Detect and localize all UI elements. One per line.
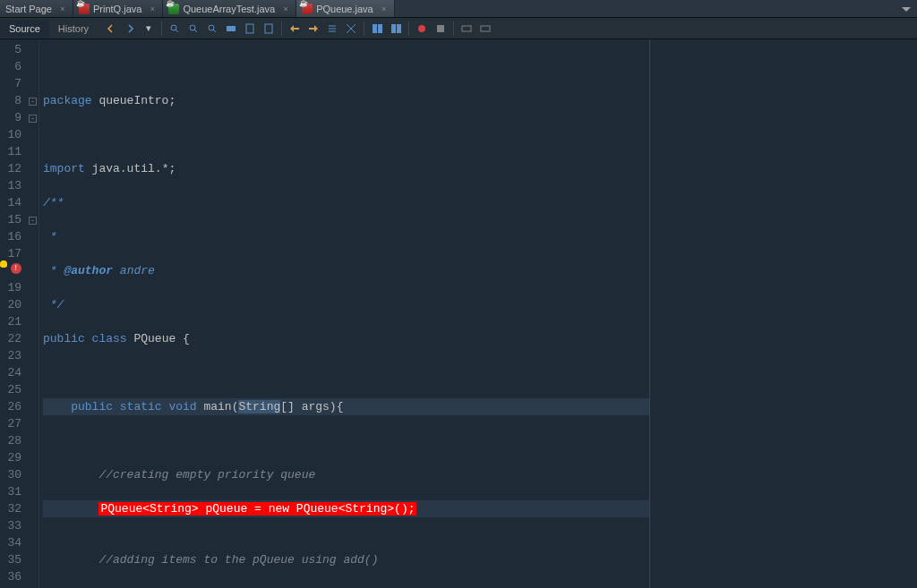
diff-icon[interactable] (369, 21, 385, 37)
line-number: 8 (0, 92, 21, 109)
tab-pqueue[interactable]: ☕ PQueue.java × (296, 0, 395, 17)
line-number: 12 (0, 160, 21, 177)
diff2-icon[interactable] (388, 21, 404, 37)
fold-toggle-icon[interactable]: - (27, 211, 39, 228)
svg-marker-10 (290, 25, 294, 32)
close-icon[interactable]: × (148, 4, 157, 13)
editor-sub-bar: Source History ▾ (0, 18, 917, 39)
code-line (43, 58, 649, 75)
find-selection-icon[interactable] (167, 21, 183, 37)
line-number: 26 (0, 398, 21, 415)
line-number (0, 262, 21, 279)
editor-area: 5 6 7 8 9 10 11 12 13 14 15 16 17 19 20 … (0, 39, 917, 588)
find-prev-icon[interactable] (185, 21, 201, 37)
tab-label: PrintQ.java (93, 4, 141, 14)
uncomment-icon[interactable] (343, 21, 359, 37)
error-icon[interactable] (11, 263, 21, 274)
svg-line-2 (176, 30, 178, 32)
line-number: 10 (0, 126, 21, 143)
history-tab[interactable]: History (49, 20, 98, 38)
code-line: /** (43, 194, 649, 211)
line-number: 7 (0, 75, 21, 92)
comment-icon[interactable] (324, 21, 340, 37)
stop-macro-icon[interactable] (433, 21, 449, 37)
code-line (43, 364, 649, 381)
toggle-highlight-icon[interactable] (223, 21, 239, 37)
line-number: 35 (0, 551, 21, 568)
tool-extra1-icon[interactable] (458, 21, 475, 37)
code-line: import java.util.*; (43, 160, 649, 177)
svg-rect-8 (246, 24, 253, 33)
line-number: 15 (0, 211, 21, 228)
code-line: //adding items to the pQueue using add() (43, 551, 649, 568)
line-number: 21 (0, 313, 21, 330)
line-number: 32 (0, 500, 21, 517)
shift-left-icon[interactable] (287, 21, 303, 37)
next-bookmark-icon[interactable] (261, 21, 277, 37)
java-file-icon: ☕ (79, 4, 90, 14)
svg-rect-26 (481, 26, 490, 31)
java-file-icon: ☕ (302, 4, 313, 14)
fold-toggle-icon[interactable]: - (27, 109, 39, 126)
line-number: 6 (0, 58, 21, 75)
code-line (43, 517, 649, 534)
back-icon[interactable] (103, 21, 119, 37)
line-number: 29 (0, 449, 21, 466)
line-number: 22 (0, 330, 21, 347)
svg-rect-25 (462, 26, 471, 31)
close-icon[interactable]: × (281, 4, 290, 13)
close-icon[interactable]: × (58, 4, 67, 13)
line-number: 36 (0, 568, 21, 585)
line-number: 27 (0, 415, 21, 432)
tab-label: Start Page (5, 4, 52, 14)
tab-printq[interactable]: ☕ PrintQ.java × (73, 0, 163, 17)
line-number: 11 (0, 143, 21, 160)
code-line (43, 126, 649, 143)
code-editor[interactable]: package queueIntro; import java.util.*; … (39, 39, 650, 588)
tab-queuearraytest[interactable]: ☕ QueueArrayTest.java × (163, 0, 296, 17)
java-test-icon: ☕ (168, 4, 179, 14)
line-number-gutter[interactable]: 5 6 7 8 9 10 11 12 13 14 15 16 17 19 20 … (0, 39, 27, 588)
line-number: 14 (0, 194, 21, 211)
line-number: 13 (0, 177, 21, 194)
svg-rect-20 (378, 24, 382, 33)
file-tabs-bar: Start Page × ☕ PrintQ.java × ☕ QueueArra… (0, 0, 917, 18)
svg-rect-19 (373, 24, 377, 33)
fold-toggle-icon[interactable]: - (27, 92, 39, 109)
svg-line-4 (194, 30, 197, 32)
svg-rect-22 (397, 24, 401, 33)
code-line: public class PQueue { (43, 330, 649, 347)
tab-label: QueueArrayTest.java (183, 4, 275, 14)
svg-marker-12 (314, 25, 318, 32)
code-line: PQueue<String> pQueue = new PQueue<Strin… (43, 500, 649, 517)
dropdown-icon[interactable]: ▾ (141, 21, 157, 37)
source-tab[interactable]: Source (0, 20, 49, 38)
line-number: 16 (0, 228, 21, 245)
tab-label: PQueue.java (316, 4, 373, 14)
lightbulb-icon[interactable] (0, 260, 7, 268)
line-number: 9 (0, 109, 21, 126)
line-number: 24 (0, 364, 21, 381)
minimize-icon[interactable] (897, 2, 915, 16)
code-line: * @author andre (43, 262, 649, 279)
code-line: package queueIntro; (43, 92, 649, 109)
prev-bookmark-icon[interactable] (242, 21, 258, 37)
line-number: 30 (0, 466, 21, 483)
forward-icon[interactable] (122, 21, 138, 37)
svg-rect-24 (437, 25, 444, 32)
record-macro-icon[interactable] (414, 21, 430, 37)
find-next-icon[interactable] (204, 21, 220, 37)
tab-start-page[interactable]: Start Page × (0, 0, 73, 17)
code-line: * (43, 228, 649, 245)
close-icon[interactable]: × (380, 4, 389, 13)
fold-gutter[interactable]: - - - (27, 39, 39, 588)
line-number: 28 (0, 432, 21, 449)
tool-extra2-icon[interactable] (477, 21, 493, 37)
svg-marker-0 (902, 7, 911, 12)
line-number: 25 (0, 381, 21, 398)
svg-rect-9 (265, 24, 272, 33)
line-number: 5 (0, 41, 21, 58)
shift-right-icon[interactable] (305, 21, 321, 37)
line-number: 23 (0, 347, 21, 364)
error-highlight: PQueue<String> pQueue = new PQueue<Strin… (99, 502, 416, 516)
